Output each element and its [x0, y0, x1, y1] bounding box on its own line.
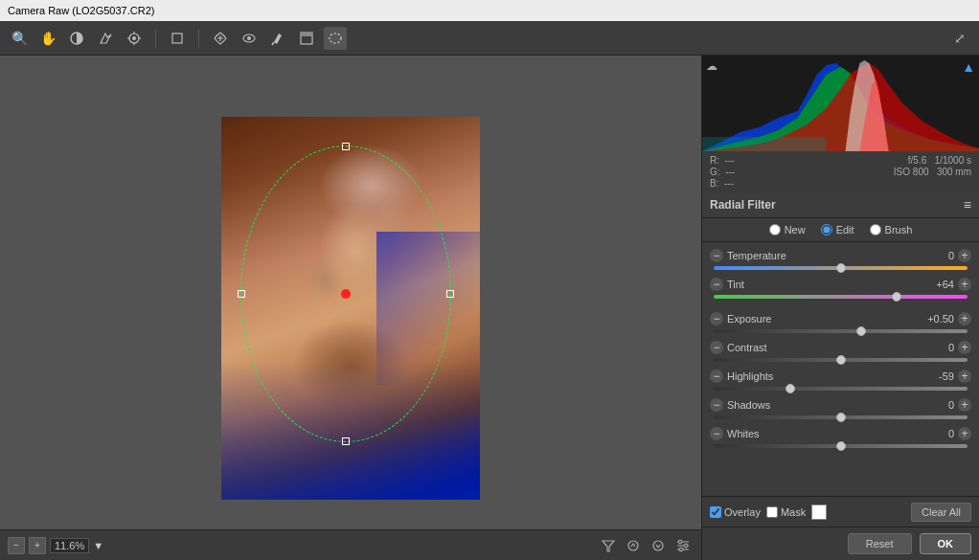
hand-tool[interactable]: ✋ [36, 27, 59, 50]
temperature-row: − Temperature 0 + [702, 246, 979, 275]
image-container [221, 117, 480, 500]
contrast-plus[interactable]: + [958, 341, 971, 354]
histogram-warning-icon[interactable]: ▲ [962, 59, 975, 75]
color-sampler-tool[interactable]: + [94, 27, 117, 50]
shadows-thumb[interactable] [836, 413, 846, 422]
iso-focal: ISO 800 300 mm [894, 167, 971, 177]
overlay-checkbox-label[interactable]: Overlay [710, 506, 761, 518]
temperature-value-group: 0 + [925, 249, 971, 262]
temperature-label: Temperature [727, 250, 794, 261]
exposure-minus[interactable]: − [710, 312, 723, 325]
exposure-track[interactable] [714, 329, 968, 333]
graduated-filter-tool[interactable] [295, 27, 318, 50]
tint-plus[interactable]: + [958, 278, 971, 291]
exposure-value-group: +0.50 + [925, 312, 971, 325]
histogram-cloud-icon[interactable]: ☁ [706, 59, 717, 73]
highlights-plus[interactable]: + [958, 370, 971, 383]
contrast-thumb[interactable] [836, 355, 846, 365]
white-balance-tool[interactable] [65, 27, 88, 50]
shadows-label: Shadows [727, 399, 794, 411]
exposure-row: − Exposure +0.50 + [702, 309, 979, 338]
filter-icon[interactable] [598, 535, 619, 556]
mask-checkbox-label[interactable]: Mask [766, 506, 806, 518]
exposure-value[interactable]: +0.50 [925, 313, 954, 325]
overlay-checkbox[interactable] [710, 506, 721, 518]
fullscreen-btn[interactable]: ⤢ [948, 27, 971, 50]
zoom-in-btn[interactable]: + [29, 537, 46, 554]
whites-value[interactable]: 0 [925, 428, 954, 439]
shadows-value-group: 0 + [925, 398, 971, 412]
photo-background [221, 117, 480, 500]
svg-point-17 [653, 541, 663, 550]
whites-row: − Whites 0 + [702, 424, 979, 453]
highlights-value[interactable]: -59 [925, 370, 954, 382]
contrast-value[interactable]: 0 [925, 342, 954, 353]
radio-edit-label: Edit [836, 224, 854, 235]
exposure-plus[interactable]: + [958, 312, 971, 325]
temperature-value[interactable]: 0 [925, 250, 954, 261]
radio-brush[interactable]: Brush [870, 224, 913, 235]
svg-line-11 [272, 42, 274, 45]
cycle-down-icon[interactable] [648, 535, 669, 556]
temperature-thumb[interactable] [836, 263, 846, 273]
svg-point-16 [628, 541, 638, 550]
tint-thumb[interactable] [892, 292, 901, 302]
ok-button[interactable]: OK [920, 533, 972, 554]
radio-edit-input[interactable] [821, 224, 832, 235]
contrast-track[interactable] [714, 358, 968, 362]
highlights-row: − Highlights -59 + [702, 367, 979, 395]
panel-title: Radial Filter [710, 198, 776, 212]
radio-brush-input[interactable] [870, 224, 881, 235]
tint-label-group: − Tint [710, 278, 794, 291]
exposure-thumb[interactable] [856, 326, 866, 336]
b-channel: B: --- [710, 178, 735, 189]
highlights-track[interactable] [714, 387, 968, 391]
shadows-row: − Shadows 0 + [702, 395, 979, 424]
zoom-dropdown[interactable]: ▼ [93, 540, 103, 551]
crop-tool[interactable] [166, 27, 189, 50]
targeted-adj-tool[interactable] [123, 27, 146, 50]
camera-info: R: --- G: --- B: --- f/5.6 [702, 151, 979, 192]
temperature-plus[interactable]: + [958, 249, 971, 262]
highlights-header: − Highlights -59 + [710, 370, 971, 383]
zoom-tool[interactable]: 🔍 [8, 27, 31, 50]
shadows-minus[interactable]: − [710, 398, 723, 412]
whites-track[interactable] [714, 444, 968, 448]
heal-tool[interactable] [209, 27, 232, 50]
shadows-track[interactable] [714, 415, 968, 419]
mask-color-swatch[interactable] [811, 504, 827, 520]
svg-point-10 [247, 36, 251, 40]
radio-new-input[interactable] [769, 224, 781, 235]
shadows-plus[interactable]: + [958, 398, 971, 412]
tint-value[interactable]: +64 [925, 279, 954, 290]
zoom-value[interactable]: 11.6% [50, 538, 89, 553]
contrast-minus[interactable]: − [710, 341, 723, 354]
zoom-out-btn[interactable]: − [8, 537, 25, 554]
mask-label: Mask [781, 506, 806, 518]
highlights-thumb[interactable] [785, 384, 795, 393]
cycle-up-icon[interactable] [623, 535, 644, 556]
temperature-minus[interactable]: − [710, 249, 723, 262]
tint-track[interactable] [714, 295, 968, 299]
whites-plus[interactable]: + [958, 427, 971, 440]
radial-filter-tool[interactable] [324, 27, 347, 50]
adjustment-brush-tool[interactable] [266, 27, 289, 50]
canvas-area[interactable]: − + 11.6% ▼ [0, 56, 701, 560]
highlights-minus[interactable]: − [710, 370, 723, 383]
radio-new[interactable]: New [769, 224, 806, 235]
temperature-track[interactable] [714, 266, 968, 270]
mask-checkbox[interactable] [766, 506, 778, 518]
zoom-controls: − + 11.6% ▼ [8, 537, 103, 554]
settings-icon[interactable] [672, 535, 694, 556]
whites-minus[interactable]: − [710, 427, 723, 440]
redeye-tool[interactable] [238, 27, 261, 50]
window-title: Camera Raw (LO2G5037.CR2) [8, 5, 154, 16]
panel-menu-icon[interactable]: ≡ [964, 197, 971, 213]
shadows-value[interactable]: 0 [925, 399, 954, 411]
contrast-label: Contrast [727, 342, 794, 353]
clear-all-button[interactable]: Clear All [911, 503, 971, 522]
radio-edit[interactable]: Edit [821, 224, 854, 235]
tint-minus[interactable]: − [710, 278, 723, 291]
reset-button[interactable]: Reset [848, 533, 912, 554]
whites-thumb[interactable] [836, 441, 846, 451]
